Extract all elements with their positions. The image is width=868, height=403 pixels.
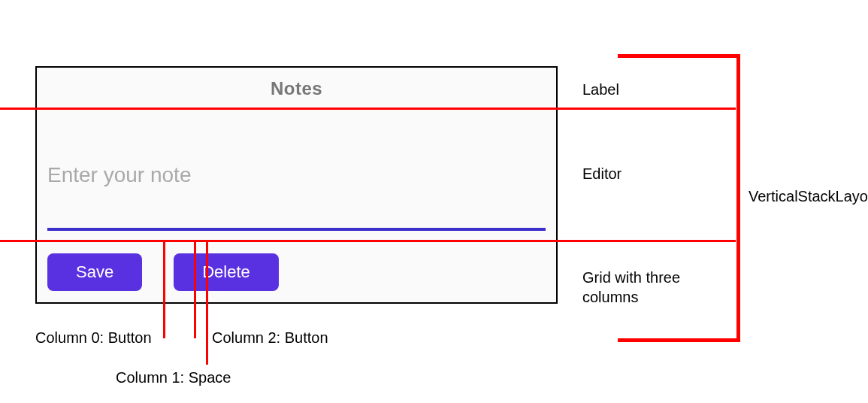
delete-button[interactable]: Delete xyxy=(174,253,279,291)
annotation-column-line xyxy=(163,240,165,338)
annotation-editor: Editor xyxy=(582,165,622,183)
annotation-bracket-top xyxy=(618,54,740,58)
annotation-column-line xyxy=(206,240,208,365)
grid-column-2-cell: Delete xyxy=(174,253,546,291)
annotation-bracket-main xyxy=(736,54,740,342)
note-editor[interactable]: Enter your note xyxy=(47,163,546,231)
annotation-label: Label xyxy=(582,81,619,98)
annotation-verticalstacklayout: VerticalStackLayout xyxy=(749,188,868,205)
annotation-divider-line xyxy=(0,108,736,110)
annotation-bracket-bottom xyxy=(618,338,740,342)
editor-section: Enter your note xyxy=(37,109,556,241)
editor-underline xyxy=(47,228,546,231)
page-title: Notes xyxy=(271,78,322,99)
annotation-column-2: Column 2: Button xyxy=(212,329,328,347)
label-section: Notes xyxy=(37,68,556,109)
annotation-grid: Grid with three columns xyxy=(582,268,733,307)
annotation-column-1: Column 1: Space xyxy=(116,369,231,386)
annotation-divider-line xyxy=(0,240,736,242)
button-grid: Save Delete xyxy=(37,241,556,302)
editor-placeholder: Enter your note xyxy=(47,163,546,231)
annotation-column-line xyxy=(194,240,196,338)
annotation-column-0: Column 0: Button xyxy=(35,329,152,347)
save-button[interactable]: Save xyxy=(47,253,142,291)
vertical-stack-layout: Notes Enter your note Save Delete xyxy=(35,66,558,304)
